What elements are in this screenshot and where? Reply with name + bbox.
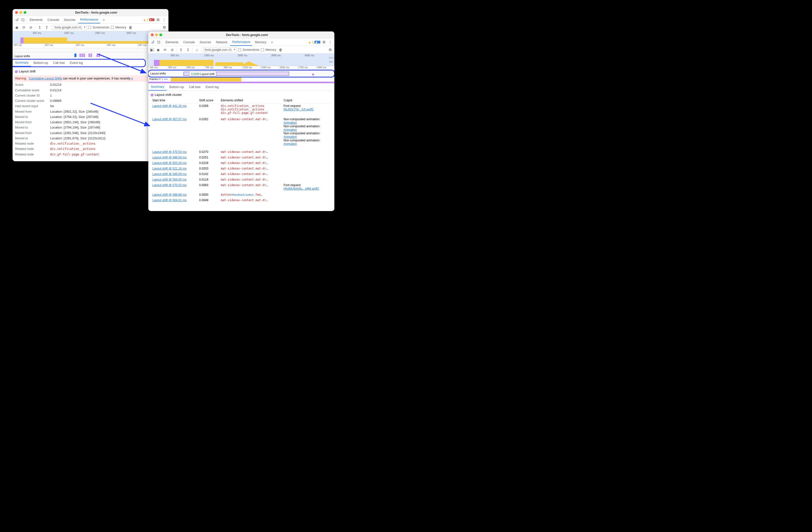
traffic-lights[interactable] bbox=[151, 33, 162, 36]
messages-badge[interactable]: ▣ 1 bbox=[315, 41, 320, 43]
time-ruler[interactable]: 197 ms 297 ms 397 ms 497 ms 597 ms bbox=[13, 44, 169, 48]
upload-icon[interactable]: ↥ bbox=[178, 47, 184, 53]
tab-sources[interactable]: Sources bbox=[198, 39, 213, 46]
element-ref[interactable]: mat-sidenav-content.mat-dr… bbox=[221, 167, 280, 170]
animation-link[interactable]: Animation bbox=[284, 142, 330, 146]
reload-icon[interactable]: ⟳ bbox=[162, 47, 168, 53]
overview-timeline[interactable]: 995 ms 1995 ms 2995 ms 3995 ms 4995 ms C… bbox=[148, 54, 334, 66]
subtab-bottomup[interactable]: Bottom-up bbox=[167, 83, 186, 90]
element-ref[interactable]: mat-sidenav-content.mat-dr… bbox=[221, 172, 280, 176]
record-icon[interactable]: ◉ bbox=[155, 47, 161, 53]
record-icon[interactable]: ◉ bbox=[14, 25, 19, 30]
layout-shifts-track[interactable]: Layout shifts bbox=[13, 52, 169, 59]
shift-time-link[interactable]: Layout shift @ 486.54 ms bbox=[153, 156, 187, 159]
inspect-icon[interactable]: ⮰ bbox=[14, 17, 19, 23]
shift-time-link[interactable]: Layout shift @ 604.01 ms bbox=[153, 198, 187, 202]
device-icon[interactable]: ⿻ bbox=[20, 17, 26, 23]
element-ref[interactable]: div.gf-full-page.gf-content bbox=[221, 111, 280, 115]
subtab-eventlog[interactable]: Event log bbox=[203, 83, 221, 90]
shift-time-link[interactable]: Layout shift @ 470.53 ms bbox=[153, 150, 187, 154]
font-link[interactable]: t5sJIQcYNI…IUI.woff2 bbox=[284, 108, 330, 111]
reload-icon[interactable]: ⟳ bbox=[21, 25, 27, 30]
error-badge[interactable]: ■ 1 bbox=[149, 18, 154, 21]
shift-time-link[interactable]: Layout shift @ 457.07 ms bbox=[153, 117, 187, 121]
shift-time-link[interactable]: Layout shift @ 570.53 ms bbox=[153, 183, 187, 187]
download-icon[interactable]: ↧ bbox=[185, 47, 191, 53]
clear-icon[interactable]: ⊘ bbox=[170, 47, 175, 53]
animation-link[interactable]: Animation bbox=[284, 121, 330, 125]
shift-blocks[interactable] bbox=[74, 54, 100, 57]
home-icon[interactable]: ⌂ bbox=[194, 47, 200, 53]
inspect-icon[interactable]: ⮰ bbox=[150, 40, 155, 45]
shift-time-link[interactable]: Layout shift @ 503.26 ms bbox=[153, 161, 187, 165]
capture-settings-icon[interactable]: ⚙ bbox=[161, 25, 167, 30]
related-node[interactable]: div.notification__actions bbox=[50, 142, 96, 145]
device-icon[interactable]: ⿻ bbox=[156, 40, 162, 45]
tab-sources[interactable]: Sources bbox=[62, 16, 77, 24]
element-ref[interactable]: mat-sidenav-content.mat-dr… bbox=[221, 198, 280, 202]
memory-checkbox[interactable] bbox=[261, 48, 264, 51]
subtab-eventlog[interactable]: Event log bbox=[67, 59, 86, 66]
traffic-lights[interactable] bbox=[15, 11, 26, 14]
kebab-icon[interactable]: ⋮ bbox=[327, 40, 333, 45]
settings-icon[interactable]: ⚙ bbox=[321, 40, 327, 45]
subtab-summary[interactable]: Summary bbox=[148, 83, 167, 90]
time-ruler[interactable]: 195 ms 395 ms 595 ms 795 ms 995 ms 1195 … bbox=[148, 66, 334, 71]
subtab-summary[interactable]: Summary bbox=[13, 59, 31, 66]
subtab-bottomup[interactable]: Bottom-up bbox=[31, 59, 50, 66]
element-ref[interactable]: mat-sidenav-content.mat-dr… bbox=[221, 117, 280, 121]
subtab-calltree[interactable]: Call tree bbox=[50, 59, 67, 66]
tab-performance[interactable]: Performance bbox=[78, 16, 100, 24]
subtab-calltree[interactable]: Call tree bbox=[186, 83, 203, 90]
font-link[interactable]: HhzMU5Ak9u…p9M.woff2 bbox=[284, 187, 330, 191]
element-ref[interactable]: mat-sidenav-content.mat-dr… bbox=[221, 156, 280, 159]
tabs-more[interactable]: » bbox=[101, 16, 106, 24]
element-ref[interactable]: button#feedback-button.fee… bbox=[221, 193, 262, 196]
tab-console[interactable]: Console bbox=[181, 39, 197, 46]
tab-network[interactable]: Network bbox=[214, 39, 230, 46]
kebab-icon[interactable]: ⋮ bbox=[161, 17, 167, 23]
element-ref[interactable]: mat-sidenav-content.mat-dr… bbox=[221, 161, 280, 165]
layout-shifts-track[interactable]: Layout shifts ◆ bbox=[148, 71, 334, 77]
shift-time-link[interactable]: Layout shift @ 554.05 ms bbox=[153, 178, 187, 181]
download-icon[interactable]: ↧ bbox=[44, 25, 49, 30]
element-ref[interactable]: div.notification__actions bbox=[221, 104, 280, 108]
clear-icon[interactable]: ⊘ bbox=[28, 25, 34, 30]
settings-icon[interactable]: ⚙ bbox=[155, 17, 161, 23]
tab-elements[interactable]: Elements bbox=[28, 16, 45, 24]
tabs-more[interactable]: » bbox=[269, 39, 275, 46]
overview-timeline[interactable]: 997 ms 1997 ms 2997 ms 3997 ms 4997 bbox=[13, 31, 169, 44]
trash-icon[interactable]: 🗑 bbox=[278, 47, 283, 53]
element-ref[interactable]: mat-sidenav-content.mat-dr… bbox=[221, 183, 280, 187]
upload-icon[interactable]: ↥ bbox=[37, 25, 43, 30]
close-icon[interactable] bbox=[15, 11, 18, 14]
tab-console[interactable]: Console bbox=[45, 16, 61, 24]
tab-elements[interactable]: Elements bbox=[163, 39, 180, 46]
screenshots-checkbox[interactable] bbox=[88, 26, 91, 29]
related-node[interactable]: div.gf-full-page.gf-content bbox=[50, 153, 99, 156]
sidebar-icon[interactable]: ▶ bbox=[150, 48, 154, 52]
close-icon[interactable] bbox=[151, 33, 154, 36]
screenshots-checkbox[interactable] bbox=[238, 48, 241, 51]
shift-time-link[interactable]: Layout shift @ 545.09 ms bbox=[153, 172, 187, 176]
animation-link[interactable]: Animation bbox=[284, 135, 330, 139]
memory-checkbox[interactable] bbox=[111, 26, 114, 29]
tab-performance[interactable]: Performance bbox=[230, 39, 252, 46]
minimize-icon[interactable] bbox=[155, 33, 158, 36]
shift-time-link[interactable]: Layout shift @ 588.68 ms bbox=[153, 193, 187, 196]
page-select[interactable]: fonts.google.com #1 bbox=[53, 25, 86, 30]
element-ref[interactable]: div.notification__actions bbox=[221, 108, 280, 111]
animation-link[interactable]: Animation bbox=[284, 128, 330, 131]
maximize-icon[interactable] bbox=[24, 11, 26, 14]
tab-memory[interactable]: Memory bbox=[253, 39, 268, 46]
network-track[interactable] bbox=[13, 48, 169, 52]
shift-time-link[interactable]: Layout shift @ 441.20 ms bbox=[153, 104, 187, 108]
related-node[interactable]: div.notification__actions bbox=[50, 147, 96, 151]
element-ref[interactable]: mat-sidenav-content.mat-dr… bbox=[221, 150, 280, 154]
capture-settings-icon[interactable]: ⚙ bbox=[327, 47, 333, 53]
trash-icon[interactable]: 🗑 bbox=[128, 25, 133, 30]
element-ref[interactable]: mat-sidenav-content.mat-dr… bbox=[221, 178, 280, 181]
minimize-icon[interactable] bbox=[19, 11, 22, 14]
cls-link[interactable]: Cumulative Layout Shifts bbox=[29, 77, 62, 80]
shift-time-link[interactable]: Layout shift @ 521.16 ms bbox=[153, 167, 187, 170]
